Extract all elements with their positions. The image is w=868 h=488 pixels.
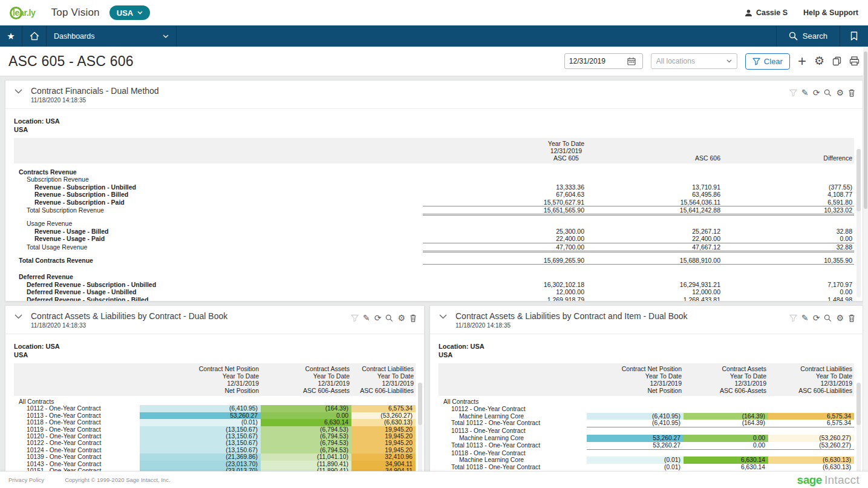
- cell-value[interactable]: 12,000.00: [423, 288, 586, 295]
- row-label[interactable]: Revenue - Subscription - Paid: [14, 199, 423, 206]
- refresh-icon[interactable]: ⟳: [374, 314, 382, 322]
- cell-value[interactable]: 67,604.63: [423, 191, 586, 198]
- scrollbar-thumb[interactable]: [864, 51, 867, 209]
- clear-filters-button[interactable]: Clear: [745, 53, 790, 70]
- row-label[interactable]: Deferred Revenue - Subscription - Billed: [14, 296, 423, 301]
- cell-value[interactable]: 25,300.00: [423, 228, 586, 235]
- print-button[interactable]: [849, 56, 860, 66]
- filter-icon[interactable]: [351, 314, 359, 322]
- row-label[interactable]: 10143 - One-Year Contract: [14, 461, 140, 467]
- cell-value[interactable]: 1,269,918.79: [423, 296, 586, 301]
- row-label[interactable]: Deferred Revenue - Subscription - Unbill…: [14, 281, 423, 288]
- user-menu[interactable]: Cassie S: [745, 8, 788, 17]
- dashboard-settings-button[interactable]: ⚙: [814, 55, 824, 67]
- search-button[interactable]: Search: [776, 25, 840, 47]
- home-button[interactable]: [22, 25, 47, 47]
- dashboards-menu[interactable]: Dashboards: [47, 25, 177, 47]
- panel-scrollbar[interactable]: [857, 149, 861, 297]
- entity-selector[interactable]: USA: [109, 5, 150, 20]
- edit-icon[interactable]: ✎: [801, 314, 809, 322]
- cell-value[interactable]: 4,108.77: [722, 191, 854, 198]
- cell-value[interactable]: 25,267.12: [586, 228, 722, 235]
- settings-icon[interactable]: ⚙: [397, 314, 405, 322]
- settings-icon[interactable]: ⚙: [836, 314, 844, 322]
- delete-icon[interactable]: [848, 314, 855, 322]
- scrollbar-thumb[interactable]: [857, 149, 861, 211]
- cell-value[interactable]: 0.00: [722, 235, 854, 243]
- row-label[interactable]: 10124 - One-Year Contract: [14, 447, 140, 453]
- zoom-icon[interactable]: [824, 314, 832, 322]
- duplicate-button[interactable]: [832, 56, 841, 66]
- row-label[interactable]: Revenue - Subscription - Billed: [14, 191, 423, 198]
- cell-value[interactable]: 12,000.00: [586, 288, 722, 295]
- privacy-policy-link[interactable]: Privacy Policy: [8, 476, 44, 483]
- row-label[interactable]: 10120 - One-Year Contract: [14, 433, 140, 440]
- row-label[interactable]: Revenue - Subscription - Unbilled: [14, 183, 423, 191]
- row-label[interactable]: Contracts Revenue: [14, 168, 423, 176]
- cell-value[interactable]: 6,591.80: [722, 199, 854, 206]
- refresh-icon[interactable]: ⟳: [813, 314, 820, 322]
- row-label[interactable]: 10113 - One-Year Contract: [14, 412, 140, 419]
- row-label[interactable]: 10122 - One-Year Contract: [14, 440, 140, 446]
- edit-icon[interactable]: ✎: [801, 88, 809, 97]
- row-label[interactable]: Deferred Revenue: [14, 273, 423, 280]
- topbar-right: Cassie S Help & Support: [745, 8, 858, 17]
- add-component-button[interactable]: +: [798, 55, 806, 67]
- page-scrollbar[interactable]: [863, 47, 868, 488]
- cell-value[interactable]: 1,484.98: [722, 296, 854, 301]
- panel-scrollbar[interactable]: [418, 383, 422, 484]
- row-label[interactable]: Usage Revenue: [14, 220, 423, 227]
- row-label[interactable]: 10112 - One-Year Contract: [14, 405, 140, 412]
- favorites-button[interactable]: ★: [0, 25, 22, 47]
- cell-value[interactable]: 0.00: [722, 288, 854, 295]
- edit-icon[interactable]: ✎: [363, 314, 370, 322]
- cell-value[interactable]: 13,710.91: [586, 183, 722, 191]
- settings-icon[interactable]: ⚙: [836, 88, 844, 97]
- cell-value[interactable]: 22,400.00: [423, 235, 586, 243]
- cell-value[interactable]: 63,495.86: [586, 191, 722, 198]
- cell-value: (21,369.86): [140, 453, 261, 460]
- date-input[interactable]: [569, 57, 625, 65]
- cell-value[interactable]: 16,302,102.18: [423, 281, 586, 288]
- collapse-chevron-icon[interactable]: [15, 314, 22, 319]
- cell-value[interactable]: 32.88: [722, 228, 854, 235]
- cell-value[interactable]: 15,564,036.11: [586, 199, 722, 206]
- panel-scrollbar[interactable]: [857, 383, 861, 484]
- row-label[interactable]: All Contracts: [439, 398, 587, 406]
- cell-value[interactable]: 15,570,627.91: [423, 199, 586, 206]
- row-label[interactable]: All Contracts: [14, 398, 140, 405]
- cell-value[interactable]: 7,170.97: [722, 281, 854, 288]
- row-label[interactable]: Revenue - Usage - Billed: [14, 228, 423, 235]
- row-label[interactable]: Deferred Revenue - Usage - Unbilled: [14, 288, 423, 295]
- row-label[interactable]: 10119 - One-Year Contract: [14, 426, 140, 433]
- delete-icon[interactable]: [848, 89, 855, 97]
- help-support-link[interactable]: Help & Support: [803, 8, 858, 17]
- cell-value[interactable]: 22,400.00: [586, 235, 722, 243]
- collapse-chevron-icon[interactable]: [15, 89, 22, 94]
- table-row: Usage Revenue: [14, 220, 854, 227]
- cell-value[interactable]: 16,294,931.21: [586, 281, 722, 288]
- table-row: 10119 - One-Year Contract(13,150.67)(6,7…: [14, 426, 416, 433]
- row-label[interactable]: Revenue - Usage - Paid: [14, 235, 423, 243]
- scrollbar-thumb[interactable]: [857, 383, 861, 425]
- cell-value[interactable]: 1,268,433.81: [586, 296, 722, 301]
- clearly-logo[interactable]: lear.ly: [10, 7, 36, 19]
- filter-icon[interactable]: [789, 89, 797, 97]
- row-label[interactable]: 10139 - One-Year Contract: [14, 453, 140, 460]
- calendar-icon[interactable]: [627, 57, 636, 65]
- cell-value[interactable]: (377.55): [722, 183, 854, 191]
- row-label[interactable]: 10118 - One-Year Contract: [14, 419, 140, 426]
- filter-icon[interactable]: [789, 314, 797, 322]
- zoom-icon[interactable]: [385, 314, 393, 322]
- bookmarks-button[interactable]: [840, 25, 868, 47]
- header-net-position: Contract Net Position Year To Date 12/31…: [587, 365, 684, 394]
- date-filter[interactable]: [564, 53, 643, 69]
- cell-value[interactable]: 13,333.36: [423, 183, 586, 191]
- collapse-chevron-icon[interactable]: [439, 314, 447, 319]
- location-filter-select[interactable]: All locations: [651, 53, 737, 69]
- zoom-icon[interactable]: [824, 89, 832, 97]
- row-label[interactable]: Subscription Revenue: [14, 176, 423, 183]
- scrollbar-thumb[interactable]: [418, 383, 422, 425]
- refresh-icon[interactable]: ⟳: [813, 88, 820, 97]
- delete-icon[interactable]: [410, 314, 417, 322]
